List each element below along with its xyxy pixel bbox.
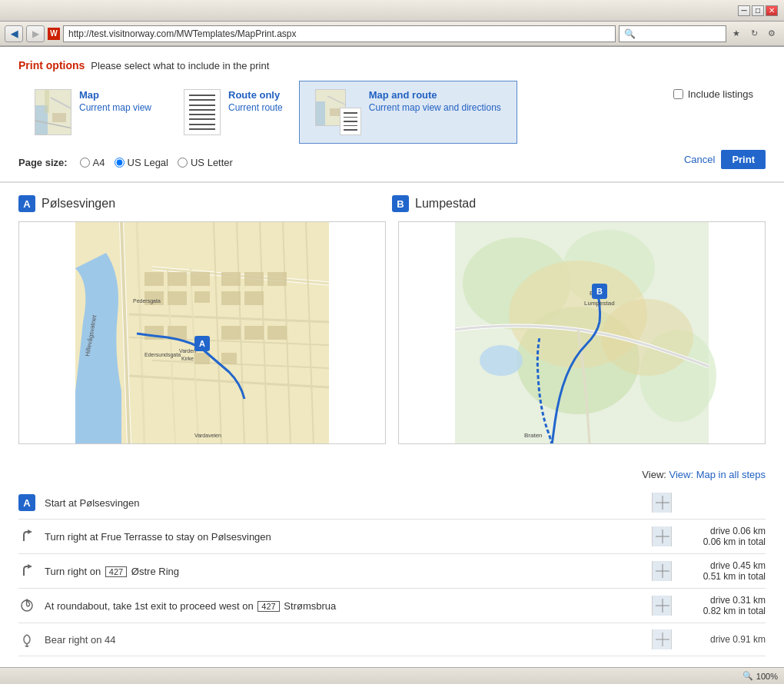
step-1-badge: A	[18, 494, 35, 511]
svg-rect-7	[316, 101, 325, 126]
print-options-title: Print options	[18, 59, 85, 71]
print-option-map[interactable]: Map Current map view	[18, 81, 168, 144]
svg-marker-78	[25, 599, 29, 601]
nav-gear-icon[interactable]: ⚙	[764, 26, 779, 42]
view-all-steps-link[interactable]: View: Map in all steps	[669, 469, 766, 480]
step-5-text: Bear right on 44	[45, 634, 643, 646]
minimize-button[interactable]: ─	[738, 5, 750, 16]
step-5-distance: drive 0.91 km	[681, 634, 766, 645]
print-option-map-desc: Current map view	[79, 102, 151, 113]
step-5-map-thumb[interactable]	[652, 629, 672, 649]
svg-rect-40	[221, 326, 241, 340]
print-option-map-route-text: Map and route Current map view and direc…	[369, 89, 501, 113]
print-options-header: Print options Please select what to incl…	[18, 59, 766, 71]
svg-text:Lumpestad: Lumpestad	[584, 300, 615, 307]
waypoints: A Pølsesvingen B Lumpestad	[18, 195, 766, 212]
radio-us-letter[interactable]	[178, 158, 188, 168]
svg-rect-41	[244, 326, 264, 340]
back-button[interactable]: ◀	[5, 25, 23, 42]
svg-rect-44	[221, 353, 237, 364]
direction-row-1: A Start at Pølsesvingen	[18, 486, 766, 520]
cancel-link[interactable]: Cancel	[684, 154, 715, 165]
print-options-section: Print options Please select what to incl…	[0, 47, 784, 183]
page-size-label: Page size:	[18, 157, 68, 168]
favicon: W	[48, 28, 60, 40]
nav-star-icon[interactable]: ★	[729, 26, 744, 42]
map-section: A Pølsesvingen B Lumpestad	[0, 183, 784, 469]
directions-section: View: View: Map in all steps A Start at …	[0, 469, 784, 683]
view-label: View:	[642, 469, 669, 480]
svg-rect-36	[244, 272, 264, 286]
page-size-bar: Page size: A4 US Legal US Letter	[18, 151, 233, 171]
print-option-route-label: Route only	[228, 89, 283, 101]
waypoint-a: A Pølsesvingen	[18, 195, 392, 212]
print-option-route-desc: Current route	[228, 102, 283, 113]
print-choices: Map Current map view	[18, 81, 517, 144]
svg-rect-38	[221, 291, 241, 305]
print-option-map-route-desc: Current map view and directions	[369, 102, 501, 113]
title-bar: ─ □ ✕	[0, 0, 784, 22]
step-4-road-badge: 427	[257, 601, 279, 612]
svg-rect-27	[145, 272, 164, 286]
title-bar-controls: ─ □ ✕	[738, 5, 778, 16]
waypoint-a-badge: A	[18, 195, 35, 212]
maximize-button[interactable]: □	[752, 5, 764, 16]
page-size-a4[interactable]: A4	[80, 157, 105, 168]
forward-button[interactable]: ▶	[26, 25, 45, 42]
zoom-level: 100%	[756, 672, 778, 681]
step-3-map-thumb[interactable]	[652, 561, 672, 581]
waypoint-a-name: Pølsesvingen	[42, 197, 115, 211]
svg-point-60	[480, 345, 523, 376]
nav-refresh-icon[interactable]: ↻	[746, 26, 762, 42]
svg-rect-33	[191, 272, 210, 286]
step-2-icon	[18, 528, 35, 545]
radio-a4[interactable]	[80, 158, 90, 168]
direction-row-5: Bear right on 44 drive 0.91 km	[18, 623, 766, 656]
radio-us-legal[interactable]	[115, 158, 125, 168]
include-listings-checkbox[interactable]	[673, 89, 683, 99]
print-option-map-route[interactable]: Map and route Current map view and direc…	[299, 81, 517, 144]
print-option-map-route-label: Map and route	[369, 89, 501, 101]
print-option-route[interactable]: Route only Current route	[168, 81, 299, 144]
page-size-us-letter[interactable]: US Letter	[178, 157, 233, 168]
address-bar-container: W http://test.visitnorway.com/MWTemplate…	[48, 25, 616, 42]
svg-marker-82	[25, 646, 29, 647]
close-button[interactable]: ✕	[766, 5, 778, 16]
maps-container: Hillevågsvatnet Pedersgata Varden Kirke …	[18, 221, 766, 444]
svg-rect-34	[194, 291, 210, 303]
direction-row-4: At roundabout, take 1st exit to proceed …	[18, 589, 766, 623]
svg-text:B: B	[596, 287, 603, 296]
include-listings-label[interactable]: Include listings	[688, 88, 753, 100]
map-a-image: Hillevågsvatnet Pedersgata Varden Kirke …	[18, 221, 386, 444]
search-icon: 🔍	[624, 28, 636, 39]
svg-text:Varden: Varden	[179, 348, 196, 354]
svg-marker-73	[28, 564, 32, 569]
svg-text:Kirke: Kirke	[181, 356, 194, 361]
direction-row-2: Turn right at Frue Terrasse to stay on P…	[18, 520, 766, 554]
direction-row-3: Turn right on 427 Østre Ring drive 0.45 …	[18, 554, 766, 589]
svg-rect-2	[45, 90, 49, 113]
svg-text:A: A	[199, 339, 205, 348]
browser-search-box[interactable]: 🔍	[619, 25, 726, 42]
step-4-map-thumb[interactable]	[652, 596, 672, 616]
svg-marker-69	[28, 530, 32, 534]
print-actions: Cancel Print	[684, 150, 766, 172]
step-5-icon	[18, 631, 35, 648]
page-size-us-legal[interactable]: US Legal	[115, 157, 168, 168]
map-b-image: Bstad Lumpestad Braten B	[398, 221, 766, 444]
step-3-text: Turn right on 427 Østre Ring	[45, 566, 643, 577]
step-2-text: Turn right at Frue Terrasse to stay on P…	[45, 531, 643, 543]
step-3-road-badge: 427	[105, 566, 127, 577]
svg-text:Pedersgata: Pedersgata	[133, 298, 161, 304]
waypoint-b-badge: B	[392, 195, 409, 212]
step-2-map-thumb[interactable]	[652, 526, 672, 546]
svg-rect-5	[52, 113, 66, 122]
nav-bar: ◀ ▶ W http://test.visitnorway.com/MWTemp…	[0, 22, 784, 46]
page-size-radio-group: A4 US Legal US Letter	[80, 157, 233, 168]
step-4-icon	[18, 597, 35, 614]
print-button[interactable]: Print	[721, 150, 766, 169]
svg-rect-28	[168, 272, 187, 286]
address-bar[interactable]: http://test.visitnorway.com/MWTemplates/…	[63, 25, 616, 42]
step-1-map-thumb[interactable]	[652, 493, 672, 513]
route-thumbnail	[184, 89, 221, 135]
